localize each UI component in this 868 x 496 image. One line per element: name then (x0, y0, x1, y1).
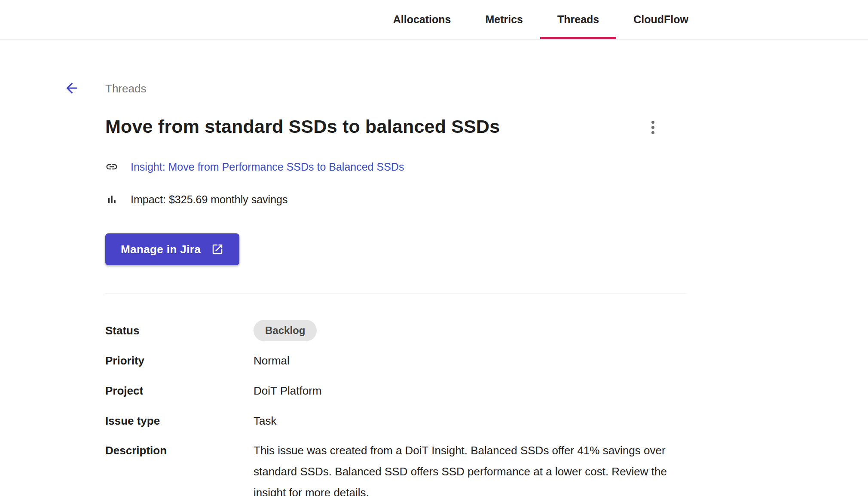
issue-type-label: Issue type (105, 410, 254, 432)
page-title: Move from standard SSDs to balanced SSDs (105, 116, 868, 137)
kebab-menu-icon[interactable] (642, 117, 663, 138)
manage-in-jira-button[interactable]: Manage in Jira (105, 233, 239, 265)
detail-row-status: Status Backlog (105, 320, 868, 341)
detail-row-issue-type: Issue type Task (105, 410, 868, 432)
breadcrumb: Threads (105, 82, 868, 95)
section-divider (105, 294, 686, 294)
impact-row: Impact: $325.69 monthly savings (105, 193, 868, 206)
detail-row-priority: Priority Normal (105, 350, 868, 371)
link-icon (105, 160, 118, 173)
arrow-back-icon (64, 80, 80, 96)
thread-detail-page: Threads Move from standard SSDs to balan… (0, 82, 868, 496)
tab-cloudflow[interactable]: CloudFlow (616, 0, 706, 39)
insight-link-row: Insight: Move from Performance SSDs to B… (105, 160, 868, 173)
project-value: DoiT Platform (254, 380, 321, 401)
impact-text: Impact: $325.69 monthly savings (131, 193, 287, 206)
description-label: Description (105, 440, 254, 461)
priority-label: Priority (105, 350, 254, 371)
project-label: Project (105, 380, 254, 401)
status-badge: Backlog (254, 320, 317, 341)
insight-link[interactable]: Insight: Move from Performance SSDs to B… (131, 161, 404, 173)
description-value: This issue was created from a DoiT Insig… (254, 440, 668, 496)
detail-row-project: Project DoiT Platform (105, 380, 868, 401)
details-section: Status Backlog Priority Normal Project D… (105, 320, 868, 496)
back-button[interactable] (61, 78, 82, 98)
manage-in-jira-label: Manage in Jira (121, 243, 201, 256)
bar-chart-icon (105, 193, 118, 206)
tab-allocations[interactable]: Allocations (376, 0, 468, 39)
priority-value: Normal (254, 350, 290, 371)
status-label: Status (105, 320, 254, 341)
tab-threads[interactable]: Threads (540, 0, 616, 39)
detail-row-description: Description This issue was created from … (105, 440, 868, 496)
open-in-new-icon (211, 243, 224, 256)
issue-type-value: Task (254, 410, 276, 432)
tab-metrics[interactable]: Metrics (468, 0, 540, 39)
top-nav: Allocations Metrics Threads CloudFlow (0, 0, 868, 40)
